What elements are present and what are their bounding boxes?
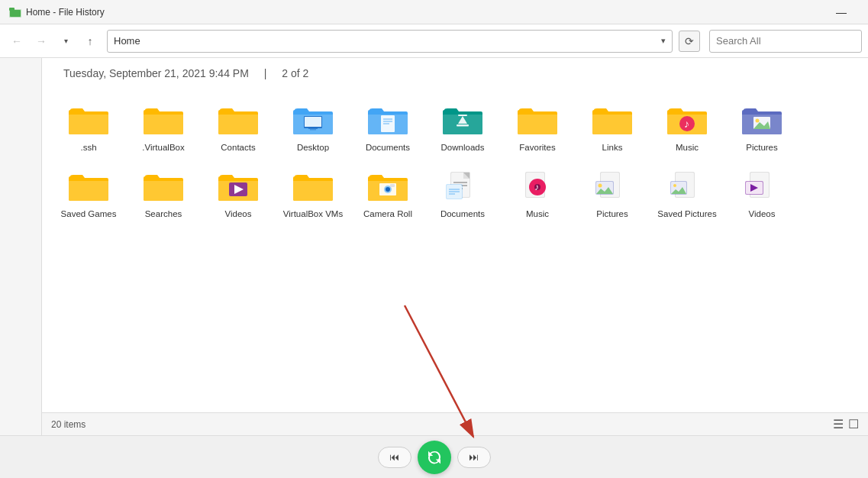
address-chevron-icon: ▾: [661, 36, 666, 46]
folder-downloads-label: Downloads: [441, 142, 485, 153]
folder-videos-row2-label: Videos: [225, 208, 252, 220]
title-bar: Home - File History —: [0, 0, 868, 24]
svg-rect-11: [458, 115, 467, 116]
folder-videos-row2[interactable]: Videos: [204, 164, 273, 224]
folder-videos-file-icon: [741, 169, 783, 205]
folder-searches-icon: [142, 169, 185, 205]
address-bar-container: ▾: [107, 30, 673, 53]
folder-music-row1-label: Music: [676, 142, 699, 153]
folder-pictures-row1[interactable]: Pictures: [728, 98, 796, 158]
folder-camera-roll-icon: [366, 169, 409, 205]
folder-pictures-file[interactable]: Pictures: [578, 164, 647, 224]
folder-searches-label: Searches: [145, 208, 182, 220]
svg-rect-5: [308, 128, 318, 129]
next-button[interactable]: ⏭: [457, 447, 491, 468]
folder-saved-games-icon: [67, 169, 110, 205]
content-panel: Tuesday, September 21, 2021 9:44 PM | 2 …: [42, 58, 868, 435]
folder-contacts-icon: [217, 102, 260, 139]
folder-music-row1[interactable]: ♪ Music: [653, 98, 721, 158]
left-panel: [0, 58, 42, 435]
folder-documents-row1-icon: [366, 102, 409, 139]
item-count: 20 items: [51, 419, 86, 430]
app-icon: [9, 6, 21, 18]
grid-view-icon[interactable]: ☐: [848, 417, 859, 431]
folder-favorites-icon: [516, 102, 559, 139]
svg-rect-13: [457, 124, 469, 127]
playback-bar: ⏮ ⏭: [0, 435, 868, 478]
recent-button[interactable]: ▾: [55, 31, 76, 52]
folder-saved-pictures[interactable]: Saved Pictures: [653, 164, 721, 224]
svg-text:♪: ♪: [684, 118, 689, 130]
folder-ssh[interactable]: .ssh: [54, 98, 123, 158]
folder-camera-roll[interactable]: Camera Roll: [353, 164, 422, 224]
up-button[interactable]: ↑: [79, 31, 101, 52]
view-controls: ☰ ☐: [833, 417, 859, 431]
folder-saved-games-label: Saved Games: [61, 208, 117, 220]
file-grid: .ssh .VirtualBox: [42, 86, 868, 412]
folder-videos-file[interactable]: Videos: [728, 164, 796, 224]
folder-music-file[interactable]: ♪ Music: [503, 164, 572, 224]
folder-downloads-icon: [441, 102, 484, 139]
folder-virtualbox[interactable]: .VirtualBox: [129, 98, 198, 158]
list-view-icon[interactable]: ☰: [833, 417, 844, 431]
svg-point-23: [386, 187, 390, 192]
folder-links-icon: [591, 102, 634, 139]
window-title: Home - File History: [26, 7, 824, 18]
folder-desktop[interactable]: Desktop: [279, 98, 347, 158]
folder-virtualbox-vms-icon: [292, 169, 334, 205]
folder-virtualbox-vms-label: VirtualBox VMs: [283, 208, 343, 220]
folder-favorites-label: Favorites: [519, 142, 555, 153]
play-restore-button[interactable]: [418, 441, 451, 474]
back-button[interactable]: ←: [6, 31, 27, 52]
folder-searches[interactable]: Searches: [129, 164, 198, 224]
page-info: 2 of 2: [282, 67, 308, 79]
folder-documents-row1-label: Documents: [366, 142, 410, 153]
address-input[interactable]: [114, 35, 658, 47]
folder-contacts[interactable]: Contacts: [204, 98, 273, 158]
folder-saved-games[interactable]: Saved Games: [54, 164, 123, 224]
folder-ssh-icon: [67, 102, 110, 139]
folder-documents-file[interactable]: Documents: [428, 164, 497, 224]
folder-documents-row1[interactable]: Documents: [353, 98, 422, 158]
folder-pictures-file-label: Pictures: [596, 208, 628, 220]
date-header: Tuesday, September 21, 2021 9:44 PM | 2 …: [42, 58, 868, 86]
folder-links-label: Links: [602, 142, 623, 153]
folder-virtualbox-vms[interactable]: VirtualBox VMs: [279, 164, 347, 224]
forward-button[interactable]: →: [31, 31, 52, 52]
folder-music-file-icon: ♪: [516, 169, 559, 205]
folder-saved-pictures-label: Saved Pictures: [657, 208, 716, 220]
refresh-button[interactable]: ⟳: [679, 31, 700, 52]
folder-desktop-icon: [292, 102, 334, 139]
status-bar: 20 items ☰ ☐: [42, 412, 868, 435]
folder-videos-row2-icon: [217, 169, 260, 205]
prev-button[interactable]: ⏮: [378, 447, 411, 468]
svg-rect-1: [10, 10, 21, 17]
folder-music-file-label: Music: [526, 208, 549, 220]
folder-favorites[interactable]: Favorites: [503, 98, 572, 158]
folder-downloads[interactable]: Downloads: [428, 98, 497, 158]
folder-links[interactable]: Links: [578, 98, 647, 158]
folder-ssh-label: .ssh: [80, 142, 96, 153]
folder-documents-file-icon: [441, 169, 484, 205]
svg-rect-4: [305, 117, 321, 127]
svg-point-45: [599, 183, 602, 187]
date-text: Tuesday, September 21, 2021 9:44 PM: [63, 67, 249, 79]
svg-text:♪: ♪: [534, 182, 539, 192]
folder-desktop-label: Desktop: [297, 142, 329, 153]
folder-contacts-label: Contacts: [221, 142, 255, 153]
folder-virtualbox-icon: [142, 102, 185, 139]
minimize-button[interactable]: —: [824, 0, 859, 24]
search-input[interactable]: [709, 30, 862, 53]
folder-pictures-row1-label: Pictures: [746, 142, 778, 153]
folder-videos-file-label: Videos: [749, 208, 776, 220]
folder-camera-roll-label: Camera Roll: [363, 208, 412, 220]
folder-pictures-row1-icon: [741, 102, 783, 139]
folder-virtualbox-label: .VirtualBox: [142, 142, 184, 153]
folder-saved-pictures-icon: [666, 169, 708, 205]
folder-pictures-file-icon: [591, 169, 634, 205]
svg-rect-24: [390, 184, 395, 187]
svg-point-51: [673, 184, 676, 187]
svg-rect-2: [9, 8, 15, 11]
main-area: Tuesday, September 21, 2021 9:44 PM | 2 …: [0, 58, 868, 435]
nav-bar: ← → ▾ ↑ ▾ ⟳: [0, 24, 868, 58]
